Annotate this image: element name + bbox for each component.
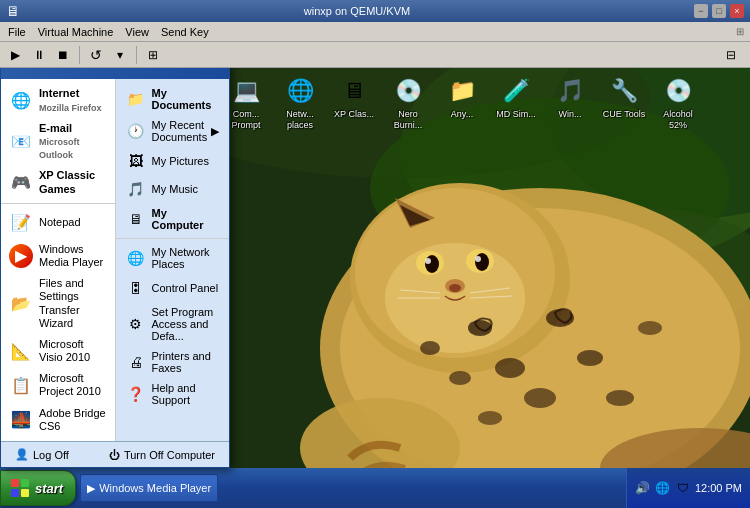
taskbar: start ▶Windows Media Player 🔊 🌐 🛡 12:00 … xyxy=(0,468,750,508)
desktop-icon-label: Alcohol 52% xyxy=(655,109,701,131)
minimize-button[interactable]: − xyxy=(694,4,708,18)
qemu-window-controls[interactable]: − □ × xyxy=(694,4,744,18)
start-menu-right-icon: 📁 xyxy=(126,89,146,109)
desktop-icon-11[interactable]: 🔧CUE Tools xyxy=(598,72,650,134)
desktop-icon-6[interactable]: 🖥XP Clas... xyxy=(328,72,380,134)
logoff-button[interactable]: 👤 Log Off xyxy=(9,446,75,463)
menu-bar: File Virtual Machine View Send Key ⊞ xyxy=(0,22,750,42)
toolbar-extra-btn[interactable]: ⊞ xyxy=(142,45,164,65)
toolbar-play-btn[interactable]: ▶ xyxy=(4,45,26,65)
svg-point-16 xyxy=(475,256,481,262)
qemu-app-icon: 🖥 xyxy=(6,3,20,19)
windows-logo xyxy=(10,478,30,498)
start-button-label: start xyxy=(35,481,63,496)
svg-point-15 xyxy=(425,258,431,264)
systray-network-icon[interactable]: 🌐 xyxy=(655,480,671,496)
start-menu-right-item-9[interactable]: ❓Help and Support xyxy=(116,378,230,410)
start-menu-right-icon: 🌐 xyxy=(126,248,146,268)
qemu-title-bar: 🖥 winxp on QEMU/KVM − □ × xyxy=(0,0,750,22)
start-menu-item-8[interactable]: 🌉Adobe Bridge CS6 xyxy=(1,403,115,437)
arrow-icon: ▶ xyxy=(211,125,219,138)
desktop-icon-label: Netw... places xyxy=(277,109,323,131)
clock-time: 12:00 PM xyxy=(695,482,742,494)
start-button[interactable]: start xyxy=(0,470,76,506)
start-menu-item-icon: 🎮 xyxy=(9,171,33,195)
start-menu-right-item-1[interactable]: 🕐My Recent Documents▶ xyxy=(116,115,230,147)
start-menu-item-6[interactable]: 📐Microsoft Visio 2010 xyxy=(1,334,115,368)
desktop-icon-img: 💿 xyxy=(662,75,694,107)
start-menu-right-item-8[interactable]: 🖨Printers and Faxes xyxy=(116,346,230,378)
taskbar-item-label: Windows Media Player xyxy=(99,482,211,494)
start-menu-right-icon: ❓ xyxy=(126,384,146,404)
desktop-icon-label: Nero Burni... xyxy=(385,109,431,131)
start-menu-item-label: Files and Settings Transfer Wizard xyxy=(39,277,107,330)
desktop-icon-img: 📁 xyxy=(446,75,478,107)
desktop-icon-7[interactable]: 💿Nero Burni... xyxy=(382,72,434,134)
desktop-icon-label: XP Clas... xyxy=(334,109,374,120)
systray-clock[interactable]: 12:00 PM xyxy=(695,482,742,494)
start-menu-item-5[interactable]: 📂Files and Settings Transfer Wizard xyxy=(1,273,115,334)
desktop-icon-5[interactable]: 🌐Netw... places xyxy=(274,72,326,134)
start-menu-right-item-6[interactable]: 🎛Control Panel xyxy=(116,274,230,302)
menu-view[interactable]: View xyxy=(119,25,155,39)
turnoff-button[interactable]: ⏻ Turn Off Computer xyxy=(103,446,221,463)
toolbar-expand-btn[interactable]: ⊞ xyxy=(736,26,744,37)
start-menu-item-label: Microsoft Project 2010 xyxy=(39,372,107,398)
start-menu-right-label: My Recent Documents xyxy=(152,119,212,143)
start-menu-item-label: Windows Media Player xyxy=(39,243,107,269)
svg-point-26 xyxy=(495,358,525,378)
start-menu-right-item-7[interactable]: ⚙Set Program Access and Defa... xyxy=(116,302,230,346)
turnoff-icon: ⏻ xyxy=(109,449,120,461)
menu-send-key[interactable]: Send Key xyxy=(155,25,215,39)
toolbar: ▶ ⏸ ⏹ ↺ ▾ ⊞ ⊟ xyxy=(0,42,750,68)
start-menu-header: hrafn xyxy=(1,68,229,79)
start-menu-divider-r1 xyxy=(116,238,230,239)
toolbar-reset-btn[interactable]: ↺ xyxy=(85,45,107,65)
start-menu-item-0[interactable]: 🌐InternetMozilla Firefox xyxy=(1,83,115,117)
svg-point-30 xyxy=(478,411,502,425)
start-menu-right-label: My Network Places xyxy=(152,246,220,270)
toolbar-pause-btn[interactable]: ⏸ xyxy=(28,45,50,65)
start-menu-item-icon: 📂 xyxy=(9,292,33,316)
menu-virtual-machine[interactable]: Virtual Machine xyxy=(32,25,120,39)
systray-security-icon[interactable]: 🛡 xyxy=(675,480,691,496)
start-menu-item-7[interactable]: 📋Microsoft Project 2010 xyxy=(1,368,115,402)
toolbar-right-btn[interactable]: ⊟ xyxy=(720,45,742,65)
start-menu-right-item-0[interactable]: 📁My Documents xyxy=(116,83,230,115)
desktop-icon-12[interactable]: 💿Alcohol 52% xyxy=(652,72,704,134)
svg-point-32 xyxy=(638,321,662,335)
close-button[interactable]: × xyxy=(730,4,744,18)
desktop-icon-img: 🌐 xyxy=(284,75,316,107)
restore-button[interactable]: □ xyxy=(712,4,726,18)
systray-volume-icon[interactable]: 🔊 xyxy=(635,480,651,496)
start-logo xyxy=(9,477,31,499)
start-menu-item-label: Microsoft Visio 2010 xyxy=(39,338,107,364)
start-menu-right-item-5[interactable]: 🌐My Network Places xyxy=(116,242,230,274)
start-menu-item-icon: 🌐 xyxy=(9,89,33,113)
desktop-icon-img: 🔧 xyxy=(608,75,640,107)
start-menu-item-2[interactable]: 🎮XP Classic Games xyxy=(1,165,115,199)
desktop-icon-10[interactable]: 🎵Win... xyxy=(544,72,596,134)
qemu-window-title: winxp on QEMU/KVM xyxy=(20,5,694,17)
start-menu-right-item-4[interactable]: 🖥My Computer xyxy=(116,203,230,235)
start-menu-right-label: Set Program Access and Defa... xyxy=(152,306,220,342)
start-menu-item-icon: 🌉 xyxy=(9,408,33,432)
taskbar-item-0[interactable]: ▶Windows Media Player xyxy=(80,474,218,502)
start-menu-right-item-2[interactable]: 🖼My Pictures xyxy=(116,147,230,175)
systray: 🔊 🌐 🛡 12:00 PM xyxy=(626,468,750,508)
toolbar-sep1 xyxy=(79,46,80,64)
start-menu-right-item-3[interactable]: 🎵My Music xyxy=(116,175,230,203)
taskbar-item-icon: ▶ xyxy=(87,482,95,495)
desktop-icon-8[interactable]: 📁Any... xyxy=(436,72,488,134)
desktop-icon-9[interactable]: 🧪MD Sim... xyxy=(490,72,542,134)
svg-rect-39 xyxy=(11,489,19,497)
start-menu-right-icon: 🕐 xyxy=(126,121,146,141)
toolbar-stop-btn[interactable]: ⏹ xyxy=(52,45,74,65)
start-menu-item-icon: ▶ xyxy=(9,244,33,268)
menu-file[interactable]: File xyxy=(2,25,32,39)
start-menu-item-3[interactable]: 📝Notepad xyxy=(1,207,115,239)
start-menu-item-1[interactable]: 📧E-mailMicrosoft Outlook xyxy=(1,118,115,166)
start-menu-item-label: Notepad xyxy=(39,216,107,229)
toolbar-dropdown-btn[interactable]: ▾ xyxy=(109,45,131,65)
start-menu-item-4[interactable]: ▶Windows Media Player xyxy=(1,239,115,273)
